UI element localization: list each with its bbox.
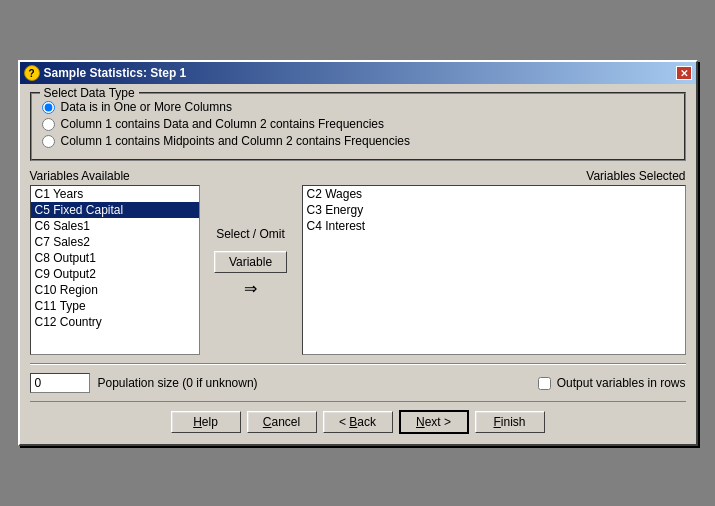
radio-columns-label[interactable]: Data is in One or More Columns (61, 100, 232, 114)
window-icon: ? (24, 65, 40, 81)
list-item[interactable]: C8 Output1 (31, 250, 199, 266)
list-item[interactable]: C10 Region (31, 282, 199, 298)
radio-frequencies[interactable] (42, 118, 55, 131)
radio-midpoints[interactable] (42, 135, 55, 148)
bottom-row: Population size (0 if unknown) Output va… (30, 373, 686, 393)
title-bar-left: ? Sample Statistics: Step 1 (24, 65, 187, 81)
window-title: Sample Statistics: Step 1 (44, 66, 187, 80)
list-item[interactable]: C2 Wages (303, 186, 685, 202)
population-label: Population size (0 if unknown) (98, 376, 258, 390)
variables-selected-label: Variables Selected (302, 169, 686, 183)
main-area: Variables Available C1 Years C5 Fixed Ca… (30, 169, 686, 355)
close-button[interactable]: ✕ (676, 66, 692, 80)
select-omit-controls: Variable ⇒ (214, 251, 287, 298)
window-content: Select Data Type Data is in One or More … (20, 84, 696, 444)
variable-button[interactable]: Variable (214, 251, 287, 273)
cancel-button[interactable]: Cancel (247, 411, 317, 433)
title-bar: ? Sample Statistics: Step 1 ✕ (20, 62, 696, 84)
select-omit-label: Select / Omit (216, 227, 285, 241)
next-button[interactable]: Next > (399, 410, 469, 434)
radio-row-2: Column 1 contains Data and Column 2 cont… (42, 117, 674, 131)
output-rows-checkbox-row: Output variables in rows (538, 376, 686, 390)
variables-selected-list[interactable]: C2 Wages C3 Energy C4 Interest (302, 185, 686, 355)
radio-columns[interactable] (42, 101, 55, 114)
help-button[interactable]: Help (171, 411, 241, 433)
list-item[interactable]: C12 Country (31, 314, 199, 330)
button-row: Help Cancel < Back Next > Finish (30, 401, 686, 434)
main-window: ? Sample Statistics: Step 1 ✕ Select Dat… (18, 60, 698, 446)
variables-available-list[interactable]: C1 Years C5 Fixed Capital C6 Sales1 C7 S… (30, 185, 200, 355)
list-item[interactable]: C5 Fixed Capital (31, 202, 199, 218)
list-item[interactable]: C6 Sales1 (31, 218, 199, 234)
variables-available-label: Variables Available (30, 169, 200, 183)
variables-selected-section: Variables Selected C2 Wages C3 Energy C4… (302, 169, 686, 355)
list-item[interactable]: C1 Years (31, 186, 199, 202)
group-label: Select Data Type (40, 86, 139, 100)
list-item[interactable]: C7 Sales2 (31, 234, 199, 250)
list-item[interactable]: C11 Type (31, 298, 199, 314)
output-rows-checkbox[interactable] (538, 377, 551, 390)
divider (30, 363, 686, 365)
variables-available-section: Variables Available C1 Years C5 Fixed Ca… (30, 169, 200, 355)
finish-button[interactable]: Finish (475, 411, 545, 433)
radio-midpoints-label[interactable]: Column 1 contains Midpoints and Column 2… (61, 134, 411, 148)
arrow-icon: ⇒ (244, 279, 257, 298)
select-omit-section: Select / Omit Variable ⇒ (206, 169, 296, 355)
radio-row-1: Data is in One or More Columns (42, 100, 674, 114)
radio-frequencies-label[interactable]: Column 1 contains Data and Column 2 cont… (61, 117, 385, 131)
list-item[interactable]: C9 Output2 (31, 266, 199, 282)
output-rows-label[interactable]: Output variables in rows (557, 376, 686, 390)
list-item[interactable]: C4 Interest (303, 218, 685, 234)
population-input[interactable] (30, 373, 90, 393)
back-button[interactable]: < Back (323, 411, 393, 433)
list-item[interactable]: C3 Energy (303, 202, 685, 218)
radio-row-3: Column 1 contains Midpoints and Column 2… (42, 134, 674, 148)
select-data-type-group: Select Data Type Data is in One or More … (30, 92, 686, 161)
